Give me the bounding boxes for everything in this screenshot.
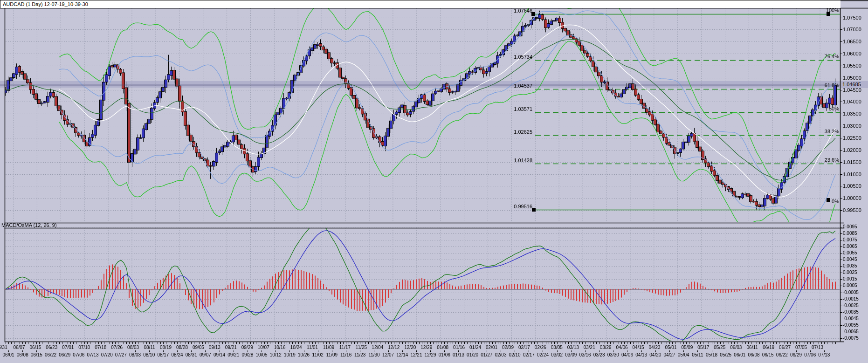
time-axis-label-row1[interactable]: 12/20 [404,345,416,350]
time-axis-label-row2[interactable]: 05/04 [678,352,689,357]
chart-canvas[interactable] [0,0,868,363]
time-axis-label-row1[interactable]: 02/17 [518,345,530,350]
time-axis-label-row2[interactable]: 03/30 [607,352,619,357]
time-axis-label-row2[interactable]: 06/08 [17,352,28,357]
time-axis-label-row1[interactable]: 11/09 [323,345,334,350]
time-axis-label-row1[interactable]: 12/04 [372,345,383,350]
time-axis-label-row1[interactable]: 10/24 [290,345,302,350]
time-axis-label-row2[interactable]: 11/30 [368,352,379,357]
time-axis-label-row1[interactable]: 09/21 [225,345,237,350]
time-axis-label-row1[interactable]: 06/15 [29,345,41,350]
time-axis-label-row1[interactable]: 03/29 [600,345,612,350]
time-axis-label-row2[interactable]: 06/08 [748,352,760,357]
time-axis-label-row2[interactable]: 03/02 [551,352,563,357]
time-axis-label-row2[interactable]: 05/25 [720,352,731,357]
time-axis-label-row2[interactable]: 06/01 [3,352,14,357]
time-axis-label-row1[interactable]: 01/08 [437,345,448,350]
time-axis-label-row2[interactable]: 05/18 [706,352,717,357]
time-axis-label-row2[interactable]: 11/02 [312,352,324,357]
time-axis-label-row2[interactable]: 01/20 [467,352,478,357]
time-axis-label-row2[interactable]: 09/14 [214,352,225,357]
time-axis-label-row1[interactable]: 08/03 [127,345,139,350]
time-axis-label-row1[interactable]: 02/26 [535,345,546,350]
time-axis-label-row2[interactable]: 09/28 [241,352,253,357]
time-axis-label-row1[interactable]: 06/03 [730,345,742,350]
time-axis-label-row1[interactable]: 07/26 [111,345,123,350]
time-axis-label-row1[interactable]: 11/01 [307,345,318,350]
time-axis-label-row1[interactable]: 05/01 [665,345,676,350]
time-axis-label-row2[interactable]: 08/24 [172,352,183,357]
time-axis-label-row1[interactable]: 06/11 [747,345,758,350]
time-axis-label-row1[interactable]: 03/21 [584,345,595,350]
time-axis-label-row2[interactable]: 03/09 [565,352,577,357]
time-axis-label-row1[interactable]: 07/10 [78,345,90,350]
time-axis-label-row1[interactable]: 06/19 [763,345,774,350]
time-axis-label-row2[interactable]: 06/01 [734,352,745,357]
time-axis-label-row1[interactable]: 02/01 [486,345,497,350]
time-axis-label-row2[interactable]: 05/11 [692,352,703,357]
time-axis-label-row2[interactable]: 08/10 [143,352,155,357]
time-axis-label-row1[interactable]: 01/16 [453,345,465,350]
time-axis-label-row2[interactable]: 04/20 [649,352,661,357]
time-axis-label-row2[interactable]: 07/27 [115,352,127,357]
time-axis-label-row1[interactable]: 04/06 [616,345,628,350]
time-axis-label-row2[interactable]: 04/06 [621,352,633,357]
time-axis-label-row2[interactable]: 04/13 [635,352,647,357]
time-axis-label-row2[interactable]: 07/06 [73,352,84,357]
time-axis-label-row2[interactable]: 01/13 [453,352,464,357]
time-axis-label-row1[interactable]: 12/29 [420,345,432,350]
time-axis-label-row1[interactable]: 09/05 [193,345,204,350]
time-axis-label-row2[interactable]: 04/27 [663,352,675,357]
time-axis-label-row1[interactable]: 5/31 [0,345,7,350]
time-axis-label-row2[interactable]: 11/23 [354,352,365,357]
time-axis-label-row1[interactable]: 04/23 [648,345,660,350]
time-axis-label-row2[interactable]: 10/26 [298,352,310,357]
time-axis-label-row2[interactable]: 01/27 [481,352,492,357]
time-axis-label-row1[interactable]: 05/09 [681,345,693,350]
time-axis-label-row1[interactable]: 12/12 [388,345,400,350]
time-axis-label-row1[interactable]: 07/01 [62,345,74,350]
time-axis-label-row2[interactable]: 12/21 [410,352,422,357]
time-axis-label-row2[interactable]: 06/22 [45,352,56,357]
time-axis-label-row2[interactable]: 08/17 [157,352,169,357]
time-axis-label-row1[interactable]: 10/07 [258,345,269,350]
time-axis-label-row1[interactable]: 08/19 [160,345,172,350]
time-axis-label-row1[interactable]: 08/28 [176,345,188,350]
time-axis-label-row2[interactable]: 03/23 [593,352,605,357]
time-axis-label-row2[interactable]: 03/16 [579,352,591,357]
time-axis-label-row1[interactable]: 11/25 [356,345,367,350]
time-axis-label-row1[interactable]: 05/17 [697,345,709,350]
time-axis-label-row2[interactable]: 08/31 [186,352,197,357]
time-axis-label-row2[interactable]: 10/19 [284,352,296,357]
time-axis-label-row2[interactable]: 11/16 [340,352,351,357]
time-axis-label-row1[interactable]: 02/09 [502,345,514,350]
time-axis-label-row1[interactable]: 06/23 [46,345,57,350]
time-axis-label-row2[interactable]: 10/12 [270,352,282,357]
time-axis-label-row1[interactable]: 10/16 [274,345,286,350]
time-axis-label-row2[interactable]: 02/03 [495,352,506,357]
time-axis-label-row1[interactable]: 11/17 [339,345,351,350]
time-axis-label-row2[interactable]: 07/13 [818,352,830,357]
time-axis-label-row1[interactable]: 06/27 [779,345,791,350]
time-axis-label-row1[interactable]: 09/13 [209,345,220,350]
time-axis-label-row2[interactable]: 11/09 [326,352,338,357]
time-axis-label-row2[interactable]: 07/20 [101,352,113,357]
time-axis-label-row1[interactable]: 03/13 [567,345,579,350]
time-axis-label-row1[interactable]: 05/25 [714,345,725,350]
macd-indicator-label[interactable]: MACD/OsMA (12, 26, 9) [1,222,57,228]
time-axis-label-row2[interactable]: 10/05 [256,352,268,357]
time-axis-label-row2[interactable]: 09/07 [200,352,211,357]
time-axis-label-row1[interactable]: 04/15 [633,345,644,350]
time-axis-label-row1[interactable]: 01/24 [469,345,481,350]
time-axis-label-row2[interactable]: 06/15 [31,352,42,357]
time-axis-label-row1[interactable]: 07/05 [795,345,807,350]
time-axis-label-row1[interactable]: 07/13 [812,345,823,350]
time-axis-label-row1[interactable]: 08/11 [144,345,155,350]
time-axis-label-row2[interactable]: 01/06 [439,352,450,357]
time-axis-label-row1[interactable]: 06/07 [13,345,25,350]
time-axis-label-row2[interactable]: 02/17 [523,352,535,357]
time-axis-label-row2[interactable]: 09/21 [227,352,239,357]
time-axis-label-row2[interactable]: 06/15 [762,352,774,357]
time-axis-label-row2[interactable]: 06/29 [790,352,802,357]
time-axis-label-row1[interactable]: 03/05 [551,345,563,350]
